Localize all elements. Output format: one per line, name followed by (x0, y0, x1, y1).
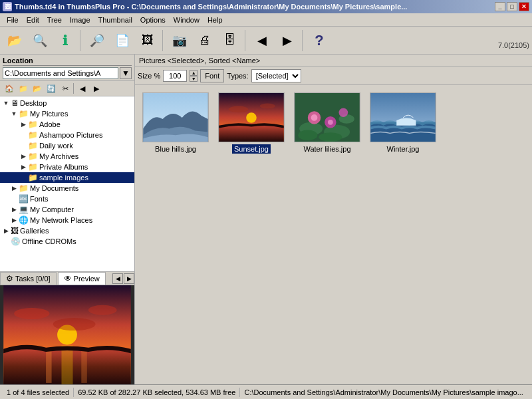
tree-expand-icon[interactable]: ▶ (1, 226, 11, 235)
main-container: Location ▼ 🏠 📁 📂 🔄 ✂ ◀ ▶ ▼ 🖥 Desktop (0, 55, 532, 384)
tree-expand-icon[interactable]: ▶ (9, 215, 19, 225)
bottom-panel: ⚙ Tasks [0/0] 👁 Preview ◀ ▶ (0, 271, 134, 384)
tree-item[interactable]: ▶ 🌐 My Network Places (0, 215, 134, 225)
minimize-button[interactable]: _ (495, 2, 505, 11)
frame-button[interactable]: 🖼 (136, 29, 160, 52)
tree-item[interactable]: ▶ 📁 My Archives (0, 151, 134, 162)
titlebar-left: 🖼 Thumbs.td4 in ThumbsPlus Pro - C:\Docu… (3, 2, 407, 11)
copy-button[interactable]: 📄 (110, 29, 134, 52)
tree-node-icon: 📁 (19, 184, 29, 193)
thumb-sunset[interactable]: Sunset.jpg (216, 90, 287, 156)
location-input[interactable] (3, 67, 118, 79)
browse-button[interactable]: 🔍 (28, 29, 52, 52)
menu-item-edit[interactable]: Edit (23, 15, 43, 25)
tree-item-label: Offline CDROMs (22, 237, 76, 245)
tasks-tab[interactable]: ⚙ Tasks [0/0] (0, 272, 57, 285)
back-button[interactable]: ◀ (250, 29, 274, 52)
menu-item-tree[interactable]: Tree (43, 15, 66, 25)
status-path: C:\Documents and Settings\Administrator\… (240, 388, 529, 397)
tree-item[interactable]: ▶ 🔤 Fonts (0, 194, 134, 204)
tree-item-label: My Documents (30, 184, 78, 192)
tree-back-btn[interactable]: ◀ (76, 82, 89, 94)
tree-item[interactable]: ▶ 📁 My Documents (0, 183, 134, 194)
close-button[interactable]: ✕ (519, 2, 529, 11)
tree-item[interactable]: ▶ 💿 Offline CDROMs (0, 236, 134, 247)
search-button[interactable]: 🔎 (85, 29, 109, 52)
location-bar: Location ▼ (0, 55, 134, 81)
thumb-winter[interactable]: Winter.jpg (368, 90, 438, 156)
right-header-text: Pictures <Selected>, Sorted <Name> (139, 57, 260, 65)
menu-item-file[interactable]: File (3, 15, 23, 25)
scan-button[interactable]: 🖨 (193, 29, 217, 52)
tree-item[interactable]: ▼ 🖥 Desktop (0, 98, 134, 108)
location-browse-button[interactable]: ▼ (120, 67, 132, 79)
tree-item[interactable]: ▶ 🖼 Galleries (0, 225, 134, 236)
menu-item-window[interactable]: Window (170, 15, 203, 25)
tree-expand-icon[interactable]: ▶ (19, 152, 28, 161)
size-input[interactable] (163, 70, 187, 82)
tree-item-label: My Pictures (30, 110, 68, 118)
tree-cut-btn[interactable]: ✂ (59, 82, 72, 94)
svg-rect-5 (81, 348, 87, 383)
tree-expand-icon[interactable]: ▶ (19, 162, 28, 172)
tree-home-btn[interactable]: 🏠 (3, 82, 16, 94)
open-folder-button[interactable]: 📂 (3, 29, 27, 52)
size-down-button[interactable]: ▼ (190, 76, 198, 82)
toolbar-sep-3 (245, 30, 247, 51)
tree-item[interactable]: ▶ 📁 Adobe (0, 119, 134, 130)
tree-expand-icon[interactable]: ▶ (9, 184, 19, 193)
tree-item-selected[interactable]: ▶ 📁 sample images (0, 172, 134, 183)
tree-expand-icon[interactable]: ▼ (9, 109, 19, 118)
tab-next-button[interactable]: ▶ (124, 273, 134, 284)
tree-open-btn[interactable]: 📂 (31, 82, 44, 94)
tree-node-icon: 📁 (19, 109, 29, 118)
types-select[interactable]: [Selected] [All] JPEG PNG BMP GIF (251, 69, 301, 82)
tree-expand-icon[interactable]: ▶ (19, 120, 28, 129)
info-button[interactable]: ℹ (53, 29, 77, 52)
tab-prev-button[interactable]: ◀ (112, 273, 123, 284)
tree-expand-icon[interactable]: ▶ (9, 205, 19, 214)
bottom-tabs: ⚙ Tasks [0/0] 👁 Preview ◀ ▶ (0, 272, 134, 285)
menu-item-options[interactable]: Options (136, 15, 170, 25)
tasks-icon: ⚙ (6, 274, 13, 283)
svg-point-7 (88, 305, 117, 315)
menu-item-image[interactable]: Image (66, 15, 94, 25)
tree-refresh-btn[interactable]: 🔄 (45, 82, 58, 94)
tree-expand-icon: ▶ (1, 237, 11, 246)
menu-item-thumbnail[interactable]: Thumbnail (94, 15, 136, 25)
tree-node-icon: 🖥 (11, 98, 19, 108)
tree-item-label: Adobe (39, 120, 61, 128)
tree-expand-icon[interactable]: ▼ (1, 98, 11, 108)
tree-item-label: Ashampoo Pictures (39, 131, 102, 139)
tree-item[interactable]: ▶ 💻 My Computer (0, 204, 134, 215)
tree-node-icon: 🔤 (19, 194, 29, 203)
tree-node-icon: 📁 (28, 120, 38, 129)
menu-item-help[interactable]: Help (203, 15, 227, 25)
maximize-button[interactable]: □ (507, 2, 517, 11)
camera-button[interactable]: 📷 (168, 29, 192, 52)
status-size: 69.52 KB of 282.27 KB selected, 534.63 M… (74, 388, 240, 397)
thumb-water-lilies[interactable]: Water lilies.jpg (292, 90, 362, 156)
filter-button[interactable]: 🗄 (218, 29, 242, 52)
tree-item[interactable]: ▶ 📁 Ashampoo Pictures (0, 130, 134, 140)
svg-point-22 (328, 120, 333, 125)
location-input-row: ▼ (3, 67, 132, 79)
forward-button[interactable]: ▶ (275, 29, 299, 52)
version-label: 7.0(2105) (498, 41, 529, 49)
preview-tab[interactable]: 👁 Preview (58, 272, 106, 285)
size-up-button[interactable]: ▲ (190, 70, 198, 76)
svg-point-6 (14, 308, 49, 319)
types-label: Types: (227, 72, 248, 80)
font-button[interactable]: Font (200, 69, 224, 82)
thumb-blue-hills[interactable]: Blue hills.jpg (140, 90, 211, 156)
tree-expand-icon: ▶ (19, 130, 28, 140)
tree-forward-btn[interactable]: ▶ (90, 82, 103, 94)
tree-item[interactable]: ▶ 📁 Daily work (0, 140, 134, 151)
tree-toolbar: 🏠 📁 📂 🔄 ✂ ◀ ▶ (0, 81, 134, 96)
tree-item[interactable]: ▶ 📁 Private Albums (0, 162, 134, 172)
help-button[interactable]: ? (307, 29, 331, 52)
tree-node-icon: 💻 (19, 205, 29, 214)
tree-node-icon: 📁 (28, 130, 38, 140)
tree-item[interactable]: ▼ 📁 My Pictures (0, 108, 134, 119)
tree-folder-btn[interactable]: 📁 (17, 82, 30, 94)
